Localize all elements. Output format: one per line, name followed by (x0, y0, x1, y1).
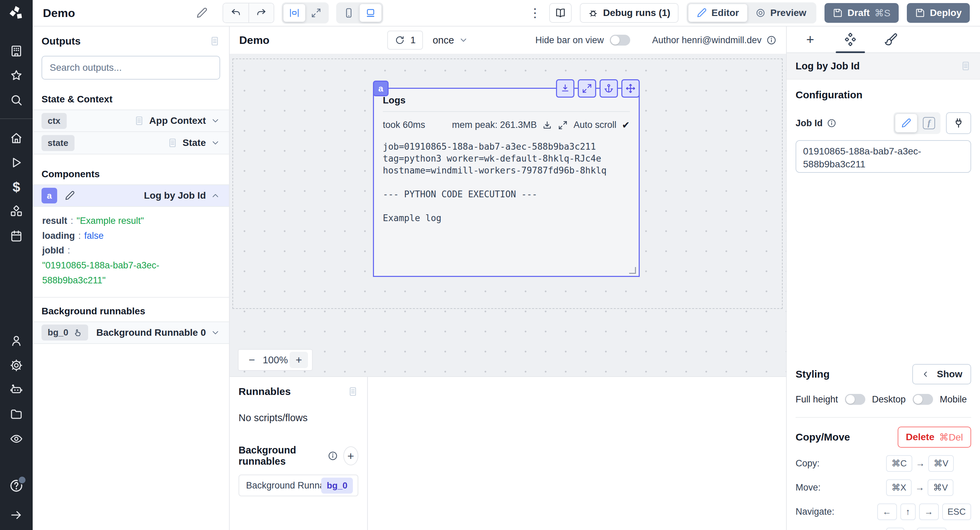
check-icon[interactable]: ✔ (622, 119, 630, 131)
panel-docs-icon[interactable] (209, 36, 220, 47)
move-handle[interactable] (621, 79, 640, 98)
windmill-logo[interactable] (0, 0, 33, 27)
schedules-icon[interactable] (10, 229, 23, 243)
refresh-count-button[interactable]: 1 (387, 31, 423, 50)
job-id-label: Job Id (795, 118, 823, 129)
delete-component-button[interactable]: Delete ⌘Del (898, 427, 971, 447)
search-icon[interactable] (10, 93, 23, 107)
desktop-toggle[interactable] (913, 394, 933, 405)
kbd-copy: ⌘C (886, 455, 912, 472)
static-input-mode-button[interactable] (895, 114, 917, 132)
add-background-runnable-button[interactable]: + (343, 446, 358, 465)
undo-redo-group (223, 3, 274, 23)
full-height-toggle[interactable] (845, 394, 865, 405)
runnables-title: Runnables (239, 386, 291, 397)
centered-layout-button[interactable] (283, 4, 305, 22)
dollar-icon[interactable]: $ (13, 180, 20, 194)
zoom-in-button[interactable]: + (290, 352, 308, 368)
desktop-view-button[interactable] (360, 4, 382, 22)
eval-input-mode-button[interactable]: f (919, 114, 939, 132)
search-outputs-input[interactable] (41, 56, 220, 79)
bottom-panel: Runnables No scripts/flows Background ru… (230, 376, 786, 530)
copy-shortcut-row: Copy: ⌘C → ⌘V (795, 455, 971, 472)
refresh-mode-dropdown[interactable]: once (433, 35, 468, 46)
connect-input-button[interactable] (946, 112, 971, 134)
redo-button[interactable] (248, 3, 274, 22)
hand-pointer-icon (73, 328, 82, 338)
author-label: Author henri@windmill.dev (652, 35, 762, 46)
home-icon[interactable] (10, 131, 23, 145)
jobid-value: "01910865-188a-bab7-a3ec-588b9ba3c211" (42, 258, 220, 288)
download-logs-icon[interactable] (542, 120, 552, 130)
deploy-button[interactable]: Deploy (907, 3, 970, 23)
design-canvas[interactable]: a Logs took 60ms mem peak: 261.3MB Auto … (230, 54, 786, 376)
full-width-button[interactable] (305, 4, 327, 22)
collapse-sidebar-icon[interactable] (10, 508, 23, 522)
tab-preview[interactable]: Preview (747, 4, 815, 22)
move-shortcut-row: Move: ⌘X → ⌘V (795, 479, 971, 496)
folders-icon[interactable] (10, 408, 23, 421)
show-styling-button[interactable]: Show (912, 364, 971, 384)
panel-docs-icon[interactable] (347, 386, 358, 397)
workers-robot-icon[interactable] (10, 383, 23, 397)
zoom-out-button[interactable]: − (243, 352, 261, 368)
selection-shortcut-row: Add to selection: ⇧ + Click (795, 528, 971, 530)
docs-book-button[interactable] (549, 3, 572, 23)
tab-editor[interactable]: Editor (688, 4, 747, 22)
bg0-badge: bg_0 (41, 325, 88, 341)
expand-handle[interactable] (578, 79, 596, 98)
background-runnable-item[interactable]: Background Runna... bg_0 (239, 474, 358, 496)
debug-runs-button[interactable]: Debug runs (1) (580, 3, 679, 23)
more-menu-icon[interactable]: ⋮ (529, 6, 541, 20)
anchor-handle[interactable] (600, 79, 618, 98)
insert-below-handle[interactable] (556, 79, 574, 98)
component-type-label: Log by Job Id (144, 190, 206, 201)
kbd-paste: ⌘V (928, 455, 954, 472)
tab-component-settings[interactable] (830, 27, 870, 52)
logs-component[interactable]: a Logs took 60ms mem peak: 261.3MB Auto … (373, 88, 640, 277)
resources-icon[interactable] (10, 205, 23, 218)
editor-center: Demo 1 once Hide bar on view Author henr… (230, 27, 786, 530)
output-row-ctx[interactable]: ctx App Context (33, 109, 229, 132)
help-icon[interactable] (9, 478, 24, 493)
workspaces-icon[interactable] (10, 44, 23, 58)
info-icon[interactable] (328, 451, 338, 461)
arrow-right-icon: → (916, 458, 925, 469)
favorites-icon[interactable] (10, 69, 23, 83)
outputs-panel: Outputs State & Context ctx App Context … (33, 27, 230, 530)
chevron-down-icon (211, 116, 220, 125)
kbd-up: ↑ (900, 503, 916, 520)
tab-styling-brush[interactable] (870, 27, 911, 52)
component-handles (556, 79, 640, 98)
info-icon[interactable] (827, 118, 837, 128)
audit-eye-icon[interactable] (10, 432, 23, 446)
hide-bar-toggle[interactable] (610, 35, 630, 46)
edit-title-icon[interactable] (196, 7, 208, 19)
resize-handle[interactable] (629, 267, 636, 274)
auto-scroll-label: Auto scroll (573, 120, 616, 130)
took-label: took 60ms (383, 120, 425, 130)
tab-insert-component[interactable]: + (790, 27, 830, 52)
doc-icon (167, 137, 178, 148)
output-row-state[interactable]: state State (33, 132, 229, 154)
draft-button[interactable]: Draft ⌘S (824, 3, 899, 23)
component-row-a[interactable]: a Log by Job Id (33, 184, 229, 207)
user-icon[interactable] (10, 334, 23, 348)
job-id-input[interactable]: 01910865-188a-bab7-a3ec-588b9ba3c211 (795, 140, 971, 173)
full-height-label: Full height (795, 394, 838, 405)
outputs-title: Outputs (41, 35, 81, 47)
info-icon[interactable] (766, 35, 776, 45)
topbar: Demo ⋮ Debug runs (1) Editor Preview (33, 0, 980, 27)
undo-button[interactable] (223, 3, 248, 22)
runnables-empty-label: No scripts/flows (239, 412, 358, 424)
runs-icon[interactable] (10, 156, 23, 170)
component-output-props: result:"Example result" loading:false jo… (33, 207, 229, 297)
settings-gear-icon[interactable] (10, 359, 23, 372)
expand-logs-icon[interactable] (558, 120, 568, 130)
background-runnable-row[interactable]: bg_0 Background Runnable 0 (33, 322, 229, 344)
component-tag[interactable]: a (373, 81, 388, 96)
mobile-view-button[interactable] (338, 4, 360, 22)
rename-component-icon[interactable] (62, 188, 78, 203)
chevron-up-icon (211, 191, 220, 200)
panel-docs-icon[interactable] (960, 60, 971, 71)
